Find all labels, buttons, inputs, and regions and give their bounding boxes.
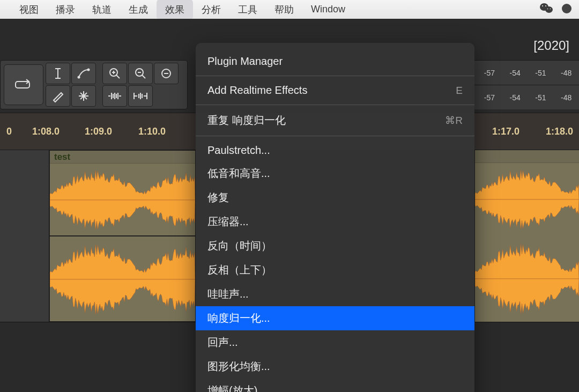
- menu-item-echo[interactable]: 回声...: [196, 330, 474, 354]
- menubar: 视图 播录 轨道 生成 效果 分析 工具 帮助 Window: [0, 0, 579, 19]
- tool-toolbar: [0, 60, 188, 109]
- menu-generate[interactable]: 生成: [120, 0, 157, 20]
- time-tick: 1:08.0: [32, 126, 60, 137]
- menu-analyze[interactable]: 分析: [193, 0, 229, 20]
- menu-item-wahwah[interactable]: 哇哇声...: [196, 282, 474, 306]
- track-header[interactable]: [0, 150, 49, 322]
- waveform: [50, 164, 195, 236]
- clip-label[interactable]: [475, 150, 579, 163]
- svg-point-1: [545, 6, 553, 13]
- audio-clip-right-ch2[interactable]: [474, 236, 579, 322]
- draw-tool[interactable]: [46, 85, 70, 107]
- menu-item-paulstretch[interactable]: Paulstretch...: [196, 139, 474, 161]
- time-tick: 1:18.0: [546, 126, 573, 137]
- menu-item-plugin-manager[interactable]: Plugin Manager: [196, 50, 474, 72]
- time-tick: 0: [6, 126, 12, 137]
- menu-item-reverse[interactable]: 反向（时间）: [196, 234, 474, 258]
- waveform: [475, 236, 579, 322]
- project-title: [2020]: [533, 38, 569, 53]
- audio-clip-ch2[interactable]: [49, 236, 196, 322]
- selection-tool[interactable]: [46, 63, 70, 84]
- menu-item-bass-treble[interactable]: 低音和高音...: [196, 161, 474, 186]
- menu-item-repair[interactable]: 修复: [196, 186, 474, 210]
- menu-help[interactable]: 帮助: [266, 0, 302, 20]
- meter-row-1: -57 -54 -51 -48: [474, 60, 579, 85]
- time-tick: 1:09.0: [85, 126, 112, 137]
- svg-point-8: [87, 69, 90, 71]
- menu-track[interactable]: 轨道: [84, 0, 120, 20]
- time-tick: 1:10.0: [138, 126, 166, 137]
- menu-separator: [196, 76, 474, 76]
- audio-clip-right[interactable]: [474, 150, 579, 236]
- menu-item-add-realtime-effects[interactable]: Add Realtime EffectsE: [196, 79, 474, 101]
- menu-separator: [196, 105, 474, 105]
- menu-separator: [196, 136, 474, 136]
- menu-window[interactable]: Window: [302, 0, 354, 19]
- db-tick: -48: [561, 93, 571, 102]
- waveform: [475, 163, 579, 236]
- zoom-out[interactable]: [128, 63, 153, 84]
- wechat-icon[interactable]: [539, 2, 553, 17]
- svg-point-5: [550, 9, 551, 10]
- workspace: [2020] -57 -54 -51 -48 -57: [0, 19, 579, 392]
- clip-label[interactable]: test: [50, 151, 195, 164]
- zoom-fit-selection[interactable]: [154, 63, 179, 84]
- db-tick: -54: [510, 69, 521, 77]
- loop-button[interactable]: [4, 64, 43, 105]
- svg-point-6: [562, 4, 571, 13]
- menu-item-compressor[interactable]: 压缩器...: [196, 210, 474, 234]
- menu-item-invert[interactable]: 反相（上下）: [196, 258, 474, 282]
- svg-point-3: [545, 5, 546, 6]
- menu-item-loudness-normalization[interactable]: 响度归一化...: [196, 306, 474, 330]
- time-tick: 1:17.0: [492, 126, 519, 137]
- zoom-in[interactable]: [102, 63, 127, 84]
- meter-row-2: -57 -54 -51 -48: [474, 85, 579, 109]
- menu-item-graphic-eq[interactable]: 图形化均衡...: [196, 354, 474, 379]
- effects-menu: Plugin Manager Add Realtime EffectsE 重复 …: [196, 43, 474, 392]
- audio-clip[interactable]: test: [49, 150, 196, 236]
- svg-point-7: [78, 76, 80, 79]
- status-icon[interactable]: [560, 2, 574, 17]
- meter-ruler: -57 -54 -51 -48 -57 -54 -51 -48: [474, 60, 579, 109]
- db-tick: -48: [561, 69, 571, 77]
- db-tick: -51: [535, 69, 546, 77]
- menu-tools[interactable]: 工具: [229, 0, 266, 20]
- silence-selection[interactable]: [128, 85, 153, 107]
- menu-view[interactable]: 视图: [11, 0, 47, 20]
- waveform: [50, 236, 195, 322]
- trim-silence[interactable]: [102, 85, 127, 107]
- menu-item-amplify[interactable]: 增幅(放大)...: [196, 379, 474, 392]
- svg-point-2: [542, 5, 543, 6]
- menu-effects[interactable]: 效果: [157, 0, 193, 20]
- menu-transport[interactable]: 播录: [47, 0, 84, 20]
- envelope-tool[interactable]: [71, 63, 96, 84]
- db-tick: -57: [484, 69, 495, 77]
- db-tick: -54: [510, 93, 521, 102]
- svg-point-4: [547, 9, 548, 10]
- db-tick: -51: [535, 93, 546, 102]
- menu-item-repeat-last[interactable]: 重复 响度归一化⌘R: [196, 108, 474, 132]
- multi-tool[interactable]: [71, 85, 96, 107]
- db-tick: -57: [484, 93, 495, 102]
